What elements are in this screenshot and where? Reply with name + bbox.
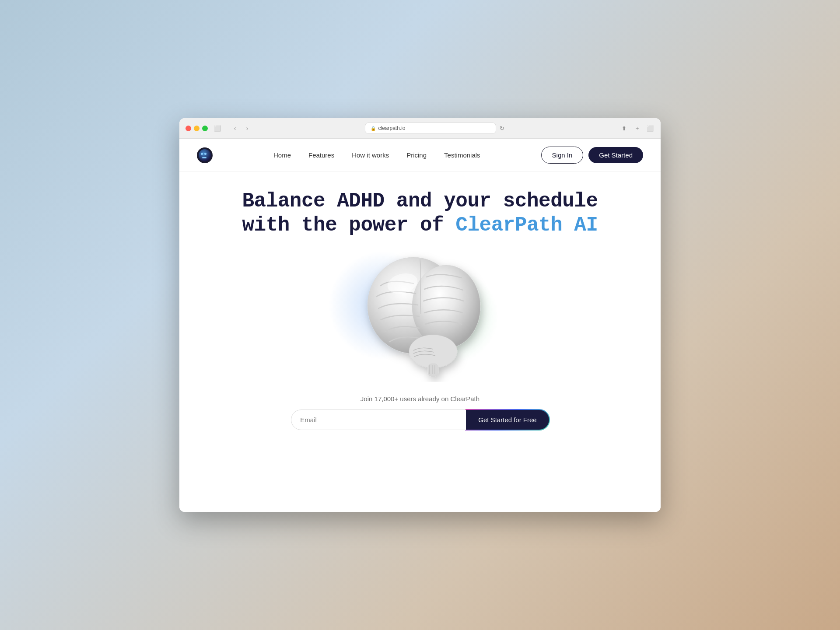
signin-button[interactable]: Sign In <box>541 147 584 164</box>
headline-prefix: with the power of <box>242 214 455 237</box>
email-input[interactable] <box>291 410 466 430</box>
nav-how-it-works[interactable]: How it works <box>352 151 389 159</box>
reload-button[interactable]: ↻ <box>498 124 507 133</box>
svg-point-1 <box>412 265 480 348</box>
share-icon[interactable]: ⬆ <box>620 124 628 133</box>
headline-line2: with the power of ClearPath AI <box>242 214 598 238</box>
traffic-lights <box>186 126 208 131</box>
brain-visual <box>337 242 503 391</box>
nav-testimonials[interactable]: Testimonials <box>444 151 480 159</box>
tab-icon: ⬜ <box>213 124 222 133</box>
svg-point-2 <box>409 335 457 368</box>
brain-svg <box>346 242 494 382</box>
forward-button[interactable]: › <box>243 124 252 133</box>
headline-line1: Balance ADHD and your schedule <box>242 189 598 214</box>
browser-window: ⬜ ‹ › 🔒 clearpath.io ↻ ⬆ ＋ ⬜ <box>179 118 661 512</box>
browser-actions: ⬆ ＋ ⬜ <box>620 124 654 133</box>
minimize-button[interactable] <box>194 126 200 131</box>
nav-actions: Sign In Get Started <box>541 147 643 164</box>
nav-features[interactable]: Features <box>308 151 334 159</box>
cta-section: Join 17,000+ users already on ClearPath … <box>291 395 549 430</box>
address-bar-container: 🔒 clearpath.io ↻ <box>257 122 614 134</box>
headline-accent: ClearPath AI <box>455 214 598 237</box>
back-button[interactable]: ‹ <box>231 124 239 133</box>
browser-navigation: ‹ › <box>231 124 252 133</box>
logo-icon <box>197 147 213 163</box>
logo-face <box>199 149 211 161</box>
hero-section: Balance ADHD and your schedule with the … <box>179 172 661 512</box>
cta-form: Get Started for Free <box>291 410 549 430</box>
nav-pricing[interactable]: Pricing <box>406 151 427 159</box>
getstarted-button[interactable]: Get Started <box>588 147 643 163</box>
hero-headline: Balance ADHD and your schedule with the … <box>242 189 598 238</box>
close-button[interactable] <box>186 126 191 131</box>
address-bar[interactable]: 🔒 clearpath.io <box>365 122 496 134</box>
tabs-icon[interactable]: ⬜ <box>646 124 654 133</box>
navbar: Home Features How it works Pricing Testi… <box>179 139 661 172</box>
maximize-button[interactable] <box>202 126 208 131</box>
add-tab-icon[interactable]: ＋ <box>633 124 641 133</box>
cta-button[interactable]: Get Started for Free <box>466 410 549 430</box>
url-text: clearpath.io <box>378 125 406 131</box>
nav-home[interactable]: Home <box>273 151 291 159</box>
nav-links: Home Features How it works Pricing Testi… <box>273 151 480 159</box>
logo[interactable] <box>197 147 213 163</box>
page-content: Home Features How it works Pricing Testi… <box>179 139 661 512</box>
cta-subtitle: Join 17,000+ users already on ClearPath <box>360 395 480 402</box>
lock-icon: 🔒 <box>371 126 376 131</box>
browser-chrome: ⬜ ‹ › 🔒 clearpath.io ↻ ⬆ ＋ ⬜ <box>179 118 661 139</box>
